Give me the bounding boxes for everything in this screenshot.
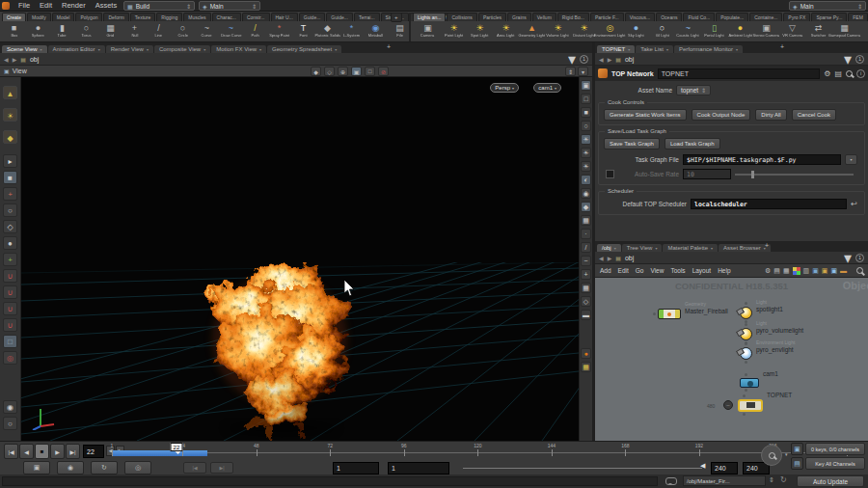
pane-tab[interactable]: /obj ▾ bbox=[597, 244, 621, 252]
search-icon[interactable] bbox=[846, 70, 853, 77]
shelf-tab[interactable]: Polygon bbox=[75, 13, 102, 21]
node-name-field[interactable]: TOPNET bbox=[658, 68, 821, 79]
shelf-tab[interactable]: Rigid Bo... bbox=[557, 13, 589, 21]
keys-status-button[interactable]: 0 keys, 0/0 channels bbox=[805, 443, 865, 455]
auto-save-checkbox[interactable] bbox=[606, 170, 614, 178]
default-scheduler-input[interactable]: localscheduler bbox=[691, 199, 847, 209]
display-option-icon[interactable]: ▦ bbox=[581, 215, 591, 226]
display-option-icon[interactable]: + bbox=[581, 269, 591, 280]
left-toolbar-icon[interactable]: ▸ bbox=[3, 154, 17, 168]
shelf-tool[interactable]: ▣ Camera bbox=[415, 22, 441, 39]
shelf-tool[interactable]: ▣ Stereo Camera bbox=[753, 22, 779, 39]
taskgraph-button[interactable]: Load Task Graph bbox=[665, 138, 720, 149]
network-node[interactable]: Environment Light pyro_envlight bbox=[740, 339, 795, 360]
left-toolbar-icon[interactable]: ◉ bbox=[3, 400, 17, 414]
link-badge[interactable]: 1 bbox=[855, 55, 864, 64]
shelf-tool[interactable]: T Font bbox=[291, 22, 315, 39]
display-option-icon[interactable]: ☀ bbox=[581, 148, 591, 158]
shelf-tab[interactable]: Guide... bbox=[299, 13, 326, 21]
group-label[interactable]: Scheduler bbox=[605, 188, 637, 194]
network-node[interactable]: Geometry Master_Fireball bbox=[658, 301, 728, 319]
shelf-tab[interactable]: Deform bbox=[103, 13, 128, 21]
pane-control-icon[interactable]: ▾ bbox=[578, 67, 588, 76]
shelf-tool[interactable]: / Path bbox=[243, 22, 267, 39]
auto-save-rate-input[interactable]: 10 bbox=[683, 169, 731, 179]
cook-button[interactable]: Dirty All bbox=[755, 109, 786, 121]
transport-button[interactable]: ▶| bbox=[66, 444, 80, 459]
shelf-tool[interactable]: ~ Draw Curve bbox=[219, 22, 243, 39]
shelf-tool[interactable]: ▮ Tube bbox=[50, 22, 74, 39]
pane-tab-menu-icon[interactable]: ▾ bbox=[666, 47, 668, 52]
pane-tab[interactable]: Tree View ▾ bbox=[622, 244, 663, 252]
shelf-tool[interactable]: / Line bbox=[147, 22, 171, 39]
projection-selector[interactable]: Persp ▾ bbox=[490, 83, 519, 93]
shelf-tab[interactable]: Create bbox=[2, 13, 26, 21]
display-option-icon[interactable]: ☀ bbox=[581, 161, 591, 172]
network-toolbar-icon[interactable]: ▤ bbox=[773, 267, 780, 275]
pane-tab-menu-icon[interactable]: ▾ bbox=[41, 47, 42, 52]
shelf-tab[interactable]: Populate... bbox=[716, 13, 748, 21]
display-option-icon[interactable]: ◉ bbox=[581, 188, 591, 199]
menu-item[interactable]: Render bbox=[57, 1, 91, 10]
network-toolbar-icon[interactable]: ▥ bbox=[803, 267, 810, 275]
shelf-tab[interactable]: Sparse Py... bbox=[811, 13, 847, 21]
display-option-icon[interactable]: □ bbox=[581, 94, 591, 104]
breadcrumb-path[interactable]: obj bbox=[625, 255, 634, 261]
shelf-tool[interactable]: ☀ Spot Light bbox=[467, 22, 493, 39]
shelf-tool[interactable]: * L-System bbox=[339, 22, 364, 39]
playback-option-icon[interactable]: ◉ bbox=[57, 461, 84, 474]
pane-tab[interactable]: Take List ▾ bbox=[636, 45, 673, 53]
network-toolbar-icon[interactable]: ▣ bbox=[830, 267, 837, 275]
gear-icon[interactable]: ⚙ bbox=[824, 69, 830, 78]
display-option-icon[interactable]: ☀ bbox=[581, 134, 591, 145]
timeline-zoom-button[interactable] bbox=[761, 445, 782, 466]
shelf-tool[interactable]: ○ GI Light bbox=[649, 22, 675, 39]
transport-button[interactable]: ◀ bbox=[19, 444, 34, 459]
display-option-icon[interactable]: ○ bbox=[581, 121, 591, 131]
shelf-tool[interactable]: ◆ Platonic Solids bbox=[315, 22, 339, 39]
transport-button[interactable]: ▶ bbox=[50, 444, 65, 459]
display-option-icon[interactable]: ◆ bbox=[581, 202, 591, 212]
back-icon[interactable]: ◀ bbox=[599, 56, 604, 63]
pane-tab-menu-icon[interactable]: ▾ bbox=[98, 47, 100, 52]
keyframe-options-icon[interactable]: ▣ bbox=[791, 443, 803, 455]
display-option-icon[interactable]: · bbox=[581, 229, 591, 239]
viewport-title[interactable]: ▣ View bbox=[4, 68, 27, 74]
range-start-field[interactable]: 1 bbox=[333, 462, 379, 474]
link-badge[interactable]: 1 bbox=[855, 254, 864, 262]
breadcrumb-path[interactable]: obj bbox=[30, 56, 39, 63]
spinner-icon[interactable]: ⇕ bbox=[769, 476, 774, 484]
playback-option-icon[interactable]: ▣ bbox=[23, 461, 50, 474]
pane-tab-menu-icon[interactable]: ▾ bbox=[655, 246, 657, 251]
viewport-toolbar-icon[interactable]: □ bbox=[365, 67, 375, 76]
network-menu-item[interactable]: Tools bbox=[670, 267, 685, 274]
desktop-selector-right[interactable]: ◈ Main ⇕ bbox=[789, 1, 866, 11]
shelf-tool[interactable]: ● Ambient Light bbox=[727, 22, 753, 39]
shelf-tab[interactable]: Muscles bbox=[183, 13, 210, 21]
range-end-field[interactable]: 240 bbox=[711, 462, 738, 474]
menu-item[interactable]: Edit bbox=[35, 1, 57, 10]
node-ring[interactable]: – bbox=[723, 400, 733, 410]
left-toolbar-icon[interactable]: ○ bbox=[3, 417, 17, 430]
pane-tab[interactable]: TOPNET ▾ bbox=[597, 45, 635, 53]
network-toolbar-icon[interactable]: ▦ bbox=[783, 267, 790, 275]
file-menu-button[interactable]: ▾ bbox=[845, 154, 857, 165]
left-toolbar-icon[interactable]: ◇ bbox=[3, 220, 17, 233]
auto-update-button[interactable]: Auto Update bbox=[797, 475, 864, 487]
network-menu-item[interactable]: Go bbox=[636, 267, 644, 274]
asset-name-selector[interactable]: topnet ⇕ bbox=[676, 85, 711, 95]
left-toolbar-icon[interactable]: □ bbox=[3, 335, 17, 348]
forward-icon[interactable]: ▶ bbox=[13, 56, 17, 63]
network-node[interactable]: Light pyro_volumelight bbox=[740, 320, 803, 340]
left-toolbar-icon[interactable]: + bbox=[3, 187, 17, 201]
shelf-tab[interactable]: Guide... bbox=[326, 13, 353, 21]
info-icon[interactable]: i bbox=[856, 69, 865, 78]
shelf-tool[interactable]: ~ Caustic Light bbox=[675, 22, 701, 39]
playhead[interactable]: 22 bbox=[170, 443, 182, 451]
pane-tab[interactable]: Animation Editor ▾ bbox=[48, 45, 105, 53]
display-option-icon[interactable]: ◐ bbox=[581, 175, 591, 185]
pane-tab-menu-icon[interactable]: ▾ bbox=[203, 47, 205, 52]
zoom-menu-icon[interactable]: ▾ bbox=[785, 451, 788, 457]
node-picker-icon[interactable]: ↩ bbox=[851, 200, 857, 208]
shelf-tool[interactable]: ◎ Environment Light bbox=[597, 22, 623, 39]
